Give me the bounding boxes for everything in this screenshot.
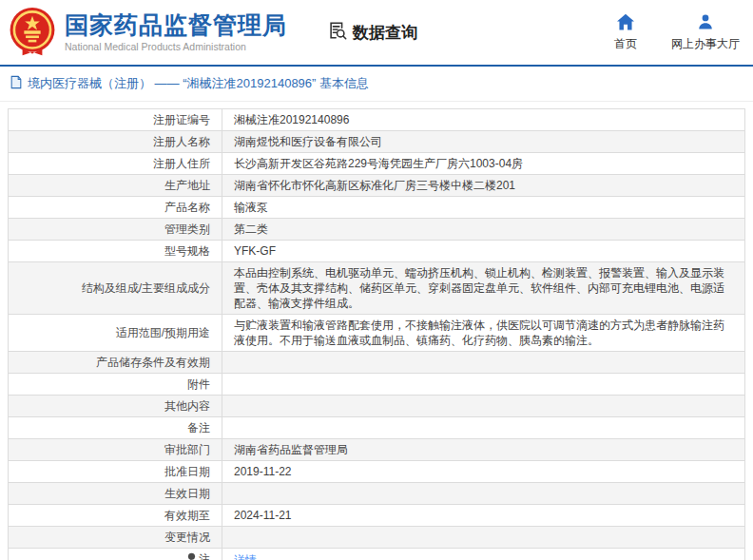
table-row: 审批部门湖南省药品监督管理局: [9, 439, 745, 461]
table-row: 注详情: [9, 549, 745, 560]
row-label: 注册人住所: [9, 153, 222, 175]
nav-service-hall-label: 网上办事大厅: [671, 36, 740, 52]
note-icon: [186, 552, 197, 560]
row-label: 注册证编号: [9, 109, 222, 131]
top-nav: 首页 网上办事大厅: [614, 13, 740, 52]
table-row: 型号规格YFK-GF: [9, 241, 745, 262]
breadcrumb: 境内医疗器械（注册） —— “湘械注准20192140896” 基本信息: [0, 67, 753, 102]
row-value: 详情: [222, 549, 745, 560]
registration-detail: 注册证编号湘械注准20192140896注册人名称湖南煜悦和医疗设备有限公司注册…: [8, 108, 745, 560]
table-row: 管理类别第二类: [9, 219, 745, 241]
table-row: 注册人住所长沙高新开发区谷苑路229号海凭园生产厂房六1003-04房: [9, 153, 745, 175]
org-title: 国家药品监督管理局: [65, 12, 287, 39]
table-row: 产品储存条件及有效期: [9, 352, 745, 374]
row-value: [222, 483, 745, 505]
table-row: 注册证编号湘械注准20192140896: [9, 109, 745, 131]
page-icon: [10, 75, 23, 92]
table-row: 变更情况: [9, 527, 745, 549]
row-value: 湖南煜悦和医疗设备有限公司: [222, 131, 745, 153]
user-icon: [697, 13, 714, 33]
row-value: YFK-GF: [222, 241, 745, 262]
data-query-nav[interactable]: 数据查询: [327, 20, 417, 46]
row-value: 2019-11-22: [222, 461, 745, 483]
row-value: 湖南省药品监督管理局: [222, 439, 745, 461]
row-label: 备注: [9, 417, 222, 439]
row-label: 注: [9, 549, 222, 560]
row-label: 适用范围/预期用途: [9, 315, 222, 352]
row-value: 输液泵: [222, 197, 745, 219]
site-header: 国家药品监督管理局 National Medical Products Admi…: [0, 0, 753, 67]
row-label: 变更情况: [9, 527, 222, 549]
national-emblem-logo: [8, 6, 57, 59]
row-label: 管理类别: [9, 219, 222, 241]
breadcrumb-text: 境内医疗器械（注册） —— “湘械注准20192140896” 基本信息: [28, 75, 369, 92]
table-row: 生效日期: [9, 483, 745, 505]
data-query-label: 数据查询: [353, 22, 417, 44]
details-link[interactable]: 详情: [234, 553, 257, 560]
info-table: 注册证编号湘械注准20192140896注册人名称湖南煜悦和医疗设备有限公司注册…: [8, 108, 745, 560]
row-value: 第二类: [222, 219, 745, 241]
row-label: 审批部门: [9, 439, 222, 461]
row-label: 注册人名称: [9, 131, 222, 153]
row-label: 产品储存条件及有效期: [9, 352, 222, 374]
row-value: [222, 396, 745, 417]
row-value: 湖南省怀化市怀化高新区标准化厂房三号楼中楼二楼201: [222, 175, 745, 197]
row-value: 长沙高新开发区谷苑路229号海凭园生产厂房六1003-04房: [222, 153, 745, 175]
table-row: 结构及组成/主要组成成分本品由控制系统、电机驱动单元、蠕动挤压机构、锁止机构、检…: [9, 262, 745, 315]
row-label: 其他内容: [9, 396, 222, 417]
row-value: 本品由控制系统、电机驱动单元、蠕动挤压机构、锁止机构、检测装置、报警装置、输入及…: [222, 262, 745, 315]
nav-item-service-hall[interactable]: 网上办事大厅: [671, 13, 740, 52]
row-label: 生效日期: [9, 483, 222, 505]
nav-home-label: 首页: [614, 36, 637, 52]
table-row: 适用范围/预期用途与贮液装置和输液管路配套使用，不接触输注液体，供医院以可调节滴…: [9, 315, 745, 352]
table-row: 产品名称输液泵: [9, 197, 745, 219]
row-value: 与贮液装置和输液管路配套使用，不接触输注液体，供医院以可调节滴速的方式为患者静脉…: [222, 315, 745, 352]
org-subtitle: National Medical Products Administration: [65, 41, 287, 52]
document-search-icon: [327, 20, 348, 46]
table-row: 附件: [9, 374, 745, 396]
table-row: 批准日期2019-11-22: [9, 461, 745, 483]
row-value: [222, 417, 745, 439]
row-label: 结构及组成/主要组成成分: [9, 262, 222, 315]
row-value: [222, 527, 745, 549]
row-label: 批准日期: [9, 461, 222, 483]
row-label: 有效期至: [9, 505, 222, 527]
table-row: 有效期至2024-11-21: [9, 505, 745, 527]
row-value: [222, 352, 745, 374]
table-row: 生产地址湖南省怀化市怀化高新区标准化厂房三号楼中楼二楼201: [9, 175, 745, 197]
row-label: 生产地址: [9, 175, 222, 197]
row-value: [222, 374, 745, 396]
row-label: 附件: [9, 374, 222, 396]
nav-item-home[interactable]: 首页: [614, 13, 637, 52]
row-label: 型号规格: [9, 241, 222, 262]
table-row: 注册人名称湖南煜悦和医疗设备有限公司: [9, 131, 745, 153]
table-row: 其他内容: [9, 396, 745, 417]
home-icon: [616, 13, 635, 33]
org-title-block: 国家药品监督管理局 National Medical Products Admi…: [65, 12, 287, 52]
row-value: 2024-11-21: [222, 505, 745, 527]
row-value: 湘械注准20192140896: [222, 109, 745, 131]
table-row: 备注: [9, 417, 745, 439]
row-label: 产品名称: [9, 197, 222, 219]
